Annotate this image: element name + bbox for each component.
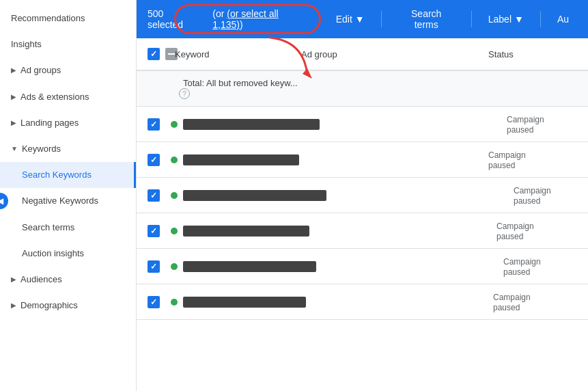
sidebar-item-search-keywords[interactable]: Search Keywords [0, 162, 136, 188]
sidebar-item-label: Insights [11, 38, 42, 51]
sidebar-item-label: Landing pages [20, 117, 79, 129]
row6-keyword [175, 297, 306, 308]
chevron-down-icon: ▼ [11, 144, 18, 154]
sidebar-item-keywords[interactable]: ▼ Keywords [0, 136, 136, 162]
keyword-blur [183, 226, 309, 237]
chevron-right-icon: ▶ [11, 92, 16, 102]
table-row: ✓ Campaignpaused [137, 249, 588, 284]
keyword-blur [183, 297, 306, 308]
check-icon: ✓ [150, 49, 157, 59]
sidebar-item-insights[interactable]: Insights [0, 31, 136, 57]
check-icon: ✓ [150, 226, 157, 236]
status-badge: Campaignpaused [493, 293, 531, 312]
status-badge: Campaignpaused [496, 221, 534, 241]
row1-check: ✓ [148, 118, 175, 131]
edit-label: Edit [336, 14, 352, 25]
status-column-header: Status [488, 49, 577, 59]
sidebar-item-search-terms[interactable]: Search terms [0, 215, 136, 241]
row2-status: Campaignpaused [488, 150, 577, 170]
row3-checkbox[interactable]: ✓ [148, 189, 160, 202]
row5-status: Campaignpaused [503, 256, 588, 277]
main-content: 500 selected (or (or select all 1,135)) … [137, 0, 588, 391]
sidebar-item-demographics[interactable]: ▶ Demographics [0, 293, 136, 319]
select-all-text: (or (or select all 1,135)) [212, 8, 311, 30]
sidebar-item-label: Keywords [22, 143, 61, 155]
total-text: Total: All but removed keyw... [183, 78, 298, 88]
search-terms-button[interactable]: Search terms [390, 3, 463, 36]
table-header: ✓ Keyword Ad group Status [137, 38, 588, 71]
sidebar-item-label: Audiences [20, 273, 62, 286]
check-icon: ✓ [150, 191, 157, 200]
row1-status: Campaignpaused [507, 114, 588, 135]
sidebar-item-label: Auction insights [22, 247, 84, 260]
sidebar-item-negative-keywords[interactable]: Negative Keywords [0, 188, 136, 214]
row2-check: ✓ [148, 154, 175, 166]
table-row: ✓ Campaignpaused [137, 213, 588, 249]
keyword-blur [183, 154, 299, 165]
row2-checkbox[interactable]: ✓ [148, 154, 160, 166]
sidebar-item-ad-groups[interactable]: ▶ Ad groups [0, 57, 136, 83]
auto-label: Au [557, 14, 569, 25]
edit-button[interactable]: Edit ▼ [328, 8, 373, 30]
table-body: Total: All but removed keyw... ? ✓ Campa… [137, 71, 588, 391]
row6-status: Campaignpaused [493, 292, 582, 312]
row2-keyword [175, 154, 301, 165]
selected-count: 500 selected [148, 8, 201, 30]
table-row: ✓ Campaignpaused [137, 142, 588, 178]
sidebar-item-label: Search Keywords [22, 169, 92, 181]
sidebar-item-label: Demographics [20, 299, 78, 312]
help-icon[interactable]: ? [179, 88, 190, 99]
row5-keyword [175, 261, 316, 272]
row6-checkbox[interactable]: ✓ [148, 296, 160, 308]
keywords-section: ◀ ▼ Keywords Search Keywords Negative Ke… [0, 136, 136, 267]
row4-checkbox[interactable]: ✓ [148, 225, 160, 237]
table-row: ✓ Campaignpaused [137, 284, 588, 320]
keyword-blur [183, 190, 326, 201]
row3-status: Campaignpaused [514, 185, 588, 206]
chevron-right-icon: ▶ [11, 66, 16, 75]
row1-checkbox[interactable]: ✓ [148, 118, 160, 131]
adgroup-column-header: Ad group [301, 49, 488, 59]
sidebar-item-label: Negative Keywords [22, 195, 98, 207]
row4-keyword [175, 226, 309, 237]
sidebar-item-label: Search terms [22, 221, 74, 234]
header-check-col: ✓ [148, 48, 175, 60]
total-row: Total: All but removed keyw... ? [137, 71, 588, 107]
row3-keyword [175, 190, 326, 201]
select-all-link[interactable]: (or select all 1,135) [212, 8, 278, 30]
chevron-right-icon: ▶ [11, 275, 16, 284]
status-badge: Campaignpaused [507, 115, 544, 135]
chevron-right-icon: ▶ [11, 301, 16, 310]
row4-status: Campaignpaused [496, 221, 585, 241]
sidebar-item-label: Ad groups [20, 64, 61, 77]
keyword-blur [183, 261, 316, 272]
select-all-checkbox[interactable]: ✓ [148, 48, 160, 60]
keyword-blur [183, 119, 320, 130]
row5-checkbox[interactable]: ✓ [148, 260, 160, 273]
toolbar-divider [381, 11, 382, 27]
status-badge: Campaignpaused [503, 257, 541, 277]
chevron-down-icon: ▼ [355, 14, 365, 25]
dash-icon [168, 53, 175, 55]
sidebar-item-ads-extensions[interactable]: ▶ Ads & extensions [0, 84, 136, 110]
table-row: ✓ Campaignpaused [137, 178, 588, 213]
label-button[interactable]: Label ▼ [480, 8, 532, 30]
sidebar-item-auction-insights[interactable]: Auction insights [0, 241, 136, 267]
auto-button[interactable]: Au [549, 8, 577, 30]
keyword-column-header: Keyword [175, 49, 301, 59]
sidebar-item-audiences[interactable]: ▶ Audiences [0, 267, 136, 293]
total-keyword-cell: Total: All but removed keyw... ? [175, 78, 301, 100]
chevron-right-icon: ▶ [11, 118, 16, 128]
sidebar-item-landing-pages[interactable]: ▶ Landing pages [0, 110, 136, 136]
row4-check: ✓ [148, 225, 175, 237]
sidebar-item-recommendations[interactable]: Recommendations [0, 5, 136, 31]
label-text: Label [488, 14, 512, 25]
search-terms-label: Search terms [398, 8, 455, 30]
check-icon: ✓ [150, 262, 157, 271]
selection-toolbar: 500 selected (or (or select all 1,135)) … [137, 0, 588, 38]
status-badge: Campaignpaused [514, 186, 551, 206]
check-icon: ✓ [150, 120, 157, 129]
sidebar: Recommendations Insights ▶ Ad groups ▶ A… [0, 0, 137, 391]
toolbar-divider-3 [540, 11, 541, 27]
row1-keyword [175, 119, 320, 130]
